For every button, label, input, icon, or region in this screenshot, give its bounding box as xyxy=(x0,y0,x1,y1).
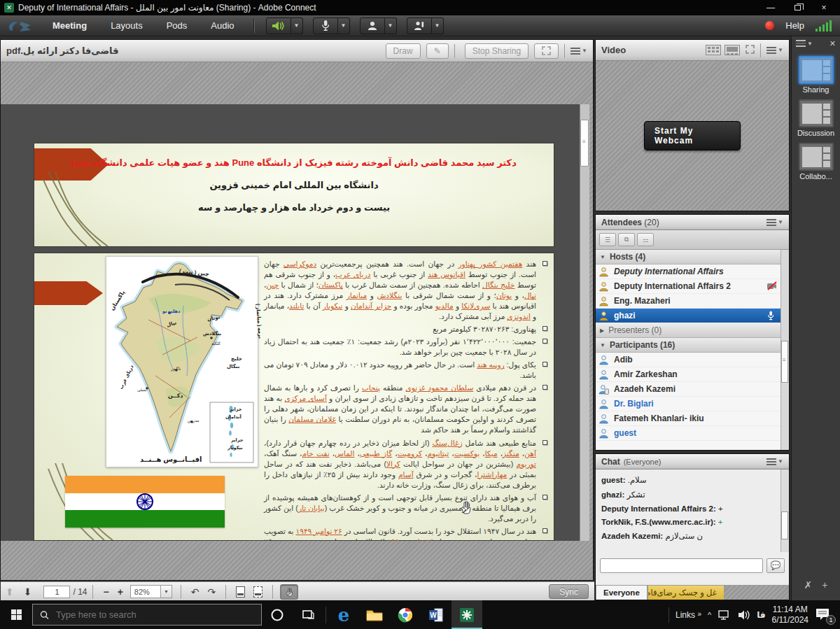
webcam-dropdown[interactable]: ▼ xyxy=(385,17,397,34)
grid-view-icon[interactable] xyxy=(724,45,740,55)
search-input[interactable] xyxy=(56,609,254,620)
menu-item-audio[interactable]: Audio xyxy=(199,20,246,31)
attendees-scrollbar-thumb[interactable] xyxy=(781,341,788,383)
slide-2[interactable]: چین ( تبت )پاکستاننپالبوتانبنگلادشبرمه (… xyxy=(34,253,554,540)
attendees-section-hosts[interactable]: ▼Hosts (4) xyxy=(596,250,780,264)
layout-tools-icon[interactable]: ✗ xyxy=(804,579,813,591)
chat-pod-options-icon[interactable] xyxy=(766,458,776,465)
slide-1[interactable]: دکتر سید محمد قاضی دانش آموخته رشته فیزی… xyxy=(34,143,554,246)
minimize-button[interactable]: — xyxy=(759,1,783,14)
attendee-row[interactable]: Fatemeh Khanlari- ikiu xyxy=(596,411,780,426)
document-scrollbar-thumb[interactable] xyxy=(580,120,589,167)
layout-sharing[interactable]: Sharing xyxy=(792,56,840,94)
breakout-view-button[interactable]: ⧉ xyxy=(618,233,635,246)
dock-close-icon[interactable]: ✕ xyxy=(830,39,836,48)
draw-button[interactable]: Draw xyxy=(386,43,421,59)
connection-signal-icon[interactable] xyxy=(816,20,832,31)
attendees-pod-options-icon[interactable] xyxy=(766,219,776,226)
adobe-connect-taskbar-icon[interactable] xyxy=(451,600,482,629)
chat-scrollbar[interactable] xyxy=(780,469,789,552)
menu-item-pods[interactable]: Pods xyxy=(155,20,200,31)
video-pod-options-icon[interactable] xyxy=(766,47,776,54)
network-icon[interactable] xyxy=(718,609,732,621)
attendees-section-participants[interactable]: ▼Participants (16) xyxy=(596,338,780,353)
hand-tool-button[interactable] xyxy=(280,584,298,600)
pod-options-icon[interactable] xyxy=(570,48,580,55)
word-icon[interactable]: W xyxy=(421,600,451,629)
microphone-control[interactable]: ▼ xyxy=(313,17,350,34)
send-message-icon[interactable]: 💬 xyxy=(766,558,785,573)
speaker-icon[interactable] xyxy=(266,17,291,34)
cortana-icon[interactable] xyxy=(262,600,293,629)
menu-item-layouts[interactable]: Layouts xyxy=(99,20,155,31)
filmstrip-view-icon[interactable] xyxy=(706,45,721,55)
start-button[interactable] xyxy=(0,600,32,629)
attendee-row[interactable]: Eng. Mazaheri xyxy=(596,294,780,309)
attendee-row[interactable]: Deputy International Affairs 2 xyxy=(596,279,780,294)
attendee-row[interactable]: Deputy International Affairs xyxy=(596,264,780,279)
chat-scrollbar-thumb[interactable] xyxy=(781,511,788,539)
rotate-right-button[interactable]: ↷ xyxy=(208,586,216,598)
taskbar-search[interactable] xyxy=(32,604,262,626)
restore-button[interactable] xyxy=(785,1,809,14)
chat-tab[interactable]: غل و جسک رضای‌فاطمه … xyxy=(648,585,724,600)
webcam-control[interactable]: ▼ xyxy=(360,17,397,34)
show-hidden-icons-chevron[interactable]: ^ xyxy=(708,611,711,619)
attendee-row[interactable]: Adib xyxy=(596,353,780,367)
video-fullscreen-icon[interactable] xyxy=(746,45,755,56)
stop-sharing-button[interactable]: Stop Sharing xyxy=(465,43,528,59)
layout-collabo[interactable]: Collabo... xyxy=(792,143,840,181)
dock-options-icon[interactable] xyxy=(796,40,806,47)
microphone-icon[interactable] xyxy=(313,17,338,34)
document-scrollbar[interactable] xyxy=(580,104,589,541)
attendee-row[interactable]: Amir Zarkeshan xyxy=(596,367,780,382)
attendee-row[interactable]: Dr. Biglari xyxy=(596,397,780,411)
sync-button[interactable]: Sync xyxy=(549,584,589,599)
notification-badge: 1 xyxy=(826,615,836,625)
zoom-select[interactable]: 82% ▼ xyxy=(130,585,172,598)
slide-bullet: یکای پول: روپیه هند است. در حال حاضر هر … xyxy=(264,360,548,381)
task-view-icon[interactable] xyxy=(293,600,323,629)
attendee-row[interactable]: ghazi xyxy=(596,309,780,323)
menu-item-meeting[interactable]: Meeting xyxy=(41,20,99,31)
attendee-list-view-button[interactable]: ☰ xyxy=(599,233,616,246)
links-toolbar[interactable]: Links » xyxy=(676,610,701,620)
taskbar-clock[interactable]: 11:14 AM 6/11/2024 xyxy=(772,605,809,626)
next-page-button[interactable]: ⬇ xyxy=(24,586,32,598)
single-page-view-button[interactable] xyxy=(236,586,245,598)
speaker-dropdown[interactable]: ▼ xyxy=(291,17,303,34)
attendee-row[interactable]: guest xyxy=(596,426,780,441)
fullscreen-button[interactable] xyxy=(534,43,559,59)
pointer-tool-button[interactable]: ✎ xyxy=(426,43,449,59)
chrome-icon[interactable] xyxy=(390,600,421,629)
action-center-icon[interactable]: 1 xyxy=(815,607,833,623)
zoom-in-button[interactable]: + xyxy=(118,586,123,598)
language-indicator[interactable]: فا xyxy=(757,610,765,620)
edge-icon[interactable]: e xyxy=(328,600,359,629)
file-explorer-icon[interactable] xyxy=(359,600,390,629)
start-webcam-button[interactable]: Start My Webcam xyxy=(644,121,741,150)
page-number-input[interactable]: 1 xyxy=(43,586,70,598)
volume-icon[interactable] xyxy=(738,609,750,621)
zoom-dropdown-icon[interactable]: ▼ xyxy=(160,586,172,598)
chat-tab[interactable]: Everyone xyxy=(596,585,648,600)
continuous-view-button[interactable] xyxy=(253,586,262,598)
attendees-scrollbar[interactable] xyxy=(780,250,789,450)
rotate-left-button[interactable]: ↶ xyxy=(191,586,200,598)
zoom-out-button[interactable]: − xyxy=(103,586,108,598)
attendees-section-presenters[interactable]: ▶Presenters (0) xyxy=(596,323,780,338)
attendee-status-view-button[interactable]: ⚏ xyxy=(637,233,654,246)
raise-hand-control[interactable]: ▼ xyxy=(407,17,444,34)
raise-hand-icon[interactable] xyxy=(407,17,432,34)
speaker-control[interactable]: ▼ xyxy=(266,17,303,34)
layout-discussion[interactable]: Discussion xyxy=(792,99,840,137)
webcam-icon[interactable] xyxy=(360,17,385,34)
close-button[interactable]: × xyxy=(812,1,836,14)
previous-page-button[interactable]: ⬆ xyxy=(6,586,14,598)
chat-message-input[interactable] xyxy=(600,558,763,573)
add-layout-icon[interactable]: + xyxy=(822,579,827,591)
raise-hand-dropdown[interactable]: ▼ xyxy=(432,17,444,34)
microphone-dropdown[interactable]: ▼ xyxy=(338,17,350,34)
help-menu[interactable]: Help xyxy=(774,20,816,31)
attendee-row[interactable]: Azadeh Kazemi xyxy=(596,382,780,397)
